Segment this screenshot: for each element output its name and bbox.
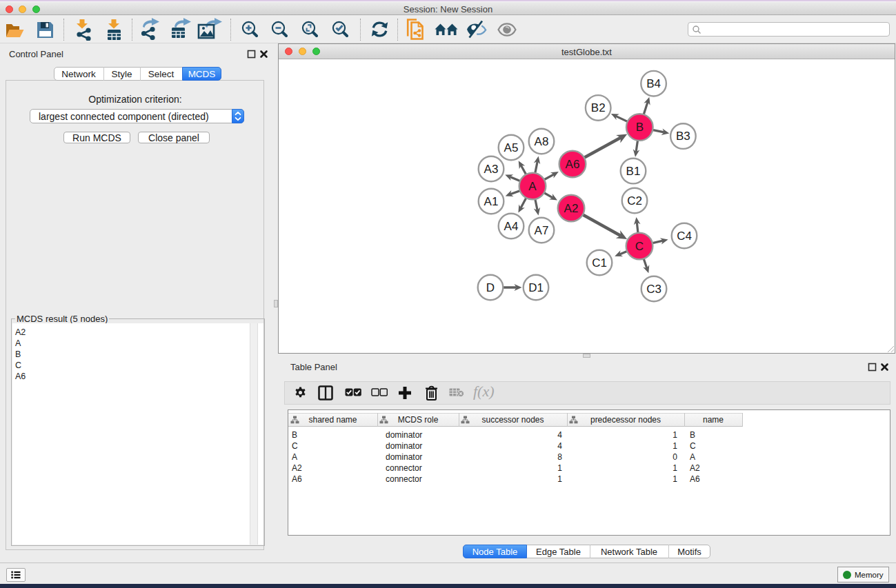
svg-text:A3: A3 <box>484 163 499 176</box>
svg-text:B2: B2 <box>591 101 606 114</box>
svg-text:A1: A1 <box>484 195 499 208</box>
svg-text:C4: C4 <box>677 230 692 243</box>
svg-text:A6: A6 <box>566 158 580 171</box>
svg-text:B1: B1 <box>626 165 641 178</box>
svg-text:D1: D1 <box>528 281 544 294</box>
svg-text:A: A <box>528 180 537 193</box>
svg-text:C3: C3 <box>646 283 661 296</box>
svg-text:A7: A7 <box>535 224 549 237</box>
svg-text:A2: A2 <box>564 202 579 215</box>
svg-text:D: D <box>486 281 495 294</box>
svg-text:A8: A8 <box>535 135 549 148</box>
svg-text:B: B <box>636 121 644 134</box>
svg-text:B3: B3 <box>676 130 690 143</box>
svg-text:B4: B4 <box>646 77 661 90</box>
svg-text:C: C <box>635 240 644 253</box>
svg-text:C2: C2 <box>627 194 642 207</box>
svg-text:A4: A4 <box>504 220 519 233</box>
svg-text:C1: C1 <box>592 256 607 270</box>
svg-text:A5: A5 <box>504 141 519 154</box>
